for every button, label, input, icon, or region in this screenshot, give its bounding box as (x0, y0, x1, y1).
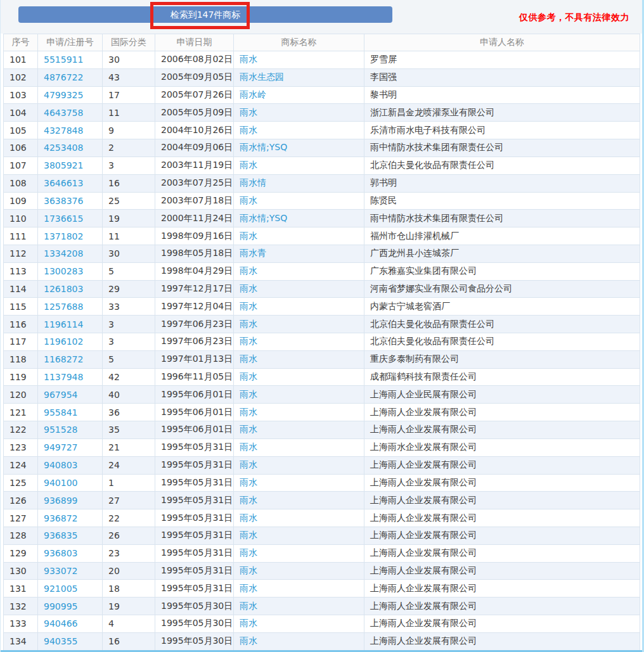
trademark-name-link[interactable]: 雨水 (240, 565, 257, 575)
intl-class-cell: 17 (103, 86, 155, 104)
trademark-name-link[interactable]: 雨水 (240, 407, 257, 417)
registration-number-link[interactable]: 5515911 (44, 54, 83, 65)
registration-number-link[interactable]: 949727 (44, 442, 77, 452)
intl-class-cell: 11 (103, 227, 155, 245)
trademark-name-link[interactable]: 雨水 (240, 107, 257, 117)
registration-number-link[interactable]: 955841 (44, 407, 77, 418)
trademark-name-link[interactable]: 雨水 (240, 618, 257, 628)
registration-number-link[interactable]: 940355 (44, 636, 77, 646)
trademark-name-link[interactable]: 雨水情;YSQ (240, 213, 287, 223)
trademark-name-link[interactable]: 雨水 (240, 54, 257, 64)
table-row: 1093638376252003年07月18日雨水陈贤民 (4, 192, 640, 210)
trademark-name-link[interactable]: 雨水 (240, 160, 257, 170)
registration-number-link[interactable]: 933072 (44, 566, 77, 576)
serial-cell: 102 (4, 68, 38, 86)
trademark-name-link[interactable]: 雨水 (240, 371, 257, 381)
registration-number-link[interactable]: 1137948 (44, 372, 83, 382)
registration-number-link[interactable]: 951528 (44, 425, 77, 435)
trademark-name-link[interactable]: 雨水 (240, 336, 257, 346)
registration-number-link-cell: 955841 (38, 404, 103, 421)
trademark-name-link[interactable]: 雨水 (240, 442, 257, 452)
registration-number-link[interactable]: 967954 (44, 390, 77, 400)
applicant-name-cell: 北京伯夫曼化妆品有限责任公司 (364, 333, 640, 351)
trademark-name-link[interactable]: 雨水 (240, 477, 257, 487)
trademark-name-link[interactable]: 雨水 (240, 389, 257, 399)
application-date-cell: 2004年09月06日 (155, 139, 234, 157)
table-row: 113130028351998年04月29日雨水广东雅嘉实业集团有限公司 (4, 262, 640, 280)
column-header-trademark-name: 商标名称 (234, 34, 364, 51)
registration-number-link[interactable]: 940803 (44, 460, 77, 470)
trademark-name-link[interactable]: 雨水 (240, 354, 257, 364)
registration-number-link[interactable]: 936803 (44, 548, 77, 558)
trademark-name-link-cell: 雨水情;YSQ (234, 210, 364, 227)
registration-number-link[interactable]: 990995 (44, 601, 77, 611)
trademark-name-link[interactable]: 雨水 (240, 195, 257, 205)
trademark-name-link[interactable]: 雨水生态园 (240, 72, 284, 82)
trademark-name-link[interactable]: 雨水 (240, 319, 257, 329)
trademark-name-link[interactable]: 雨水 (240, 530, 257, 540)
trademark-name-link[interactable]: 雨水 (240, 601, 257, 611)
application-date-cell: 2005年05月09日 (155, 104, 234, 122)
trademark-name-link-cell: 雨水 (234, 192, 364, 210)
applicant-name-cell: 雨中情防水技术集团有限责任公司 (364, 210, 640, 227)
trademark-name-link-cell: 雨水 (234, 333, 364, 351)
trademark-name-link-cell: 雨水情;YSQ (234, 139, 364, 157)
trademark-name-link[interactable]: 雨水 (240, 231, 257, 241)
trademark-name-link[interactable]: 雨水 (240, 583, 257, 593)
applicant-name-cell: 上海雨人企业发展有限公司 (364, 562, 640, 580)
registration-number-link[interactable]: 1736615 (44, 214, 83, 224)
registration-number-link[interactable]: 1334208 (44, 248, 83, 259)
table-row: 1111371802111998年09月16日雨水福州市仓山排灌机械厂 (4, 227, 640, 245)
trademark-name-link-cell: 雨水 (234, 298, 364, 316)
trademark-name-link[interactable]: 雨水 (240, 301, 257, 311)
registration-number-link[interactable]: 936872 (44, 513, 77, 523)
registration-number-link[interactable]: 936899 (44, 495, 77, 506)
trademark-name-link[interactable]: 雨水 (240, 283, 257, 293)
registration-number-link[interactable]: 940100 (44, 478, 77, 488)
trademark-name-link[interactable]: 雨水情;YSQ (240, 142, 287, 152)
table-row: 126936899271995年05月31日雨水上海雨人企业发展有限公司 (4, 492, 640, 509)
registration-number-link-cell: 1168272 (38, 350, 103, 368)
trademark-name-link[interactable]: 雨水 (240, 424, 257, 434)
registration-number-link[interactable]: 4876722 (44, 72, 83, 82)
registration-number-link[interactable]: 936835 (44, 530, 77, 540)
trademark-name-link[interactable]: 雨水 (240, 265, 257, 276)
serial-cell: 101 (4, 51, 38, 69)
serial-cell: 122 (4, 421, 38, 439)
trademark-name-link[interactable]: 雨水 (240, 459, 257, 470)
registration-number-link[interactable]: 921005 (44, 584, 77, 594)
registration-number-link[interactable]: 1196114 (44, 319, 83, 329)
search-result-count-button[interactable]: 检索到147件商标 (18, 6, 392, 23)
trademark-name-link[interactable]: 雨水 (240, 513, 257, 523)
registration-number-link[interactable]: 1168272 (44, 354, 83, 364)
trademark-name-link[interactable]: 雨水情 (240, 177, 266, 188)
registration-number-link[interactable]: 1371802 (44, 231, 83, 241)
trademark-name-link-cell: 雨水 (234, 386, 364, 404)
application-date-cell: 1995年05月31日 (155, 492, 234, 509)
serial-cell: 114 (4, 280, 38, 298)
trademark-name-link[interactable]: 雨水 (240, 125, 257, 135)
trademark-name-link[interactable]: 雨水 (240, 547, 257, 558)
registration-number-link[interactable]: 1196102 (44, 336, 83, 347)
trademark-name-link[interactable]: 雨水 (240, 636, 257, 646)
registration-number-link[interactable]: 940466 (44, 618, 77, 629)
registration-number-link-cell: 940803 (38, 456, 103, 474)
trademark-name-link[interactable]: 雨水 (240, 495, 257, 505)
table-row: 12594010011995年05月31日雨水上海雨人企业发展有限公司 (4, 474, 640, 492)
registration-number-link[interactable]: 3638376 (44, 196, 83, 206)
trademark-name-link[interactable]: 雨水岭 (240, 89, 266, 99)
registration-number-link[interactable]: 4799325 (44, 90, 83, 100)
registration-number-link[interactable]: 4643758 (44, 108, 83, 118)
intl-class-cell: 19 (103, 598, 155, 615)
trademark-name-link[interactable]: 雨水青 (240, 248, 266, 258)
registration-number-link[interactable]: 1300283 (44, 266, 83, 276)
registration-number-link[interactable]: 4327848 (44, 125, 83, 136)
column-header-intl-class: 国际分类 (103, 34, 155, 51)
intl-class-cell: 30 (103, 245, 155, 262)
registration-number-link[interactable]: 4253408 (44, 143, 83, 153)
column-header-registration-number: 申请/注册号 (38, 34, 103, 51)
registration-number-link[interactable]: 1261803 (44, 284, 83, 294)
registration-number-link[interactable]: 1257688 (44, 302, 83, 312)
registration-number-link[interactable]: 3646613 (44, 178, 83, 188)
registration-number-link[interactable]: 3805921 (44, 160, 83, 170)
